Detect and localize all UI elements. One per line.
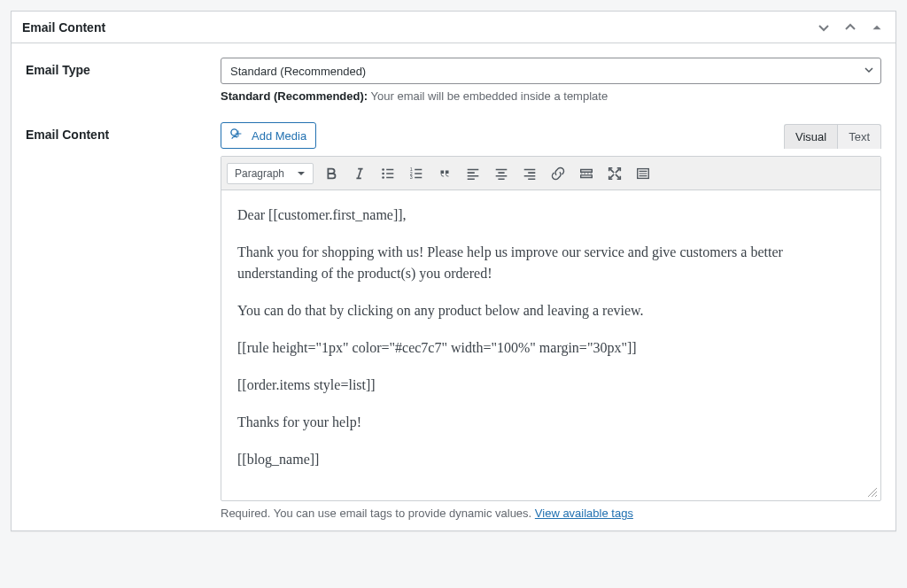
toolbar-toggle-icon[interactable] (634, 165, 652, 182)
editor-toolbar: Paragraph 123 (221, 157, 880, 190)
editor-paragraph[interactable]: [[blog_name]] (237, 449, 864, 470)
editor-paragraph[interactable]: Dear [[customer.first_name]], (237, 205, 864, 226)
editor-paragraph[interactable]: [[rule height="1px" color="#cec7c7" widt… (237, 337, 864, 359)
format-select[interactable]: Paragraph (227, 163, 314, 184)
panel-header: Email Content (12, 12, 895, 43)
editor-paragraph[interactable]: Thanks for your help! (237, 412, 864, 433)
svg-point-0 (231, 129, 237, 135)
chevron-up-icon[interactable] (842, 19, 858, 35)
editor-paragraph[interactable]: Thank you for shopping with us! Please h… (237, 242, 864, 284)
svg-point-3 (382, 176, 384, 179)
email-content-panel: Email Content Email Type (11, 11, 896, 531)
read-more-icon[interactable] (578, 165, 595, 182)
editor-paragraph[interactable]: You can do that by clicking on any produ… (237, 300, 864, 321)
editor-body[interactable]: Dear [[customer.first_name]],Thank you f… (221, 190, 880, 500)
label-email-content: Email Content (26, 122, 221, 142)
align-left-icon[interactable] (464, 165, 482, 182)
svg-point-1 (382, 168, 384, 171)
add-media-button[interactable]: Add Media (221, 122, 316, 149)
rich-text-editor: Paragraph 123 (221, 156, 881, 501)
svg-point-2 (382, 172, 384, 174)
align-right-icon[interactable] (521, 165, 539, 182)
tab-text[interactable]: Text (837, 124, 881, 149)
align-center-icon[interactable] (492, 165, 510, 182)
svg-text:3: 3 (410, 174, 413, 180)
resize-handle-icon[interactable] (868, 488, 879, 499)
field-row-email-type: Email Type Standard (Recommended) Standa… (26, 58, 881, 103)
view-available-tags-link[interactable]: View available tags (535, 507, 633, 520)
media-icon (230, 128, 246, 143)
editor-paragraph[interactable]: [[order.items style=list]] (237, 375, 864, 396)
bullet-list-icon[interactable] (379, 165, 397, 182)
add-media-button-label: Add Media (252, 129, 306, 143)
fullscreen-icon[interactable] (606, 165, 624, 182)
email-type-select[interactable]: Standard (Recommended) (221, 58, 881, 84)
label-email-type: Email Type (26, 58, 221, 77)
bold-icon[interactable] (322, 165, 340, 182)
caret-down-icon (297, 169, 306, 178)
blockquote-icon[interactable] (436, 165, 454, 182)
editor-mode-tabs: Visual Text (784, 124, 881, 149)
tab-visual[interactable]: Visual (784, 124, 837, 149)
caret-up-icon[interactable] (869, 19, 885, 35)
email-content-helper: Required. You can use email tags to prov… (221, 507, 881, 520)
field-row-email-content: Email Content Add Media (26, 122, 881, 520)
format-select-label: Paragraph (235, 167, 284, 180)
numbered-list-icon[interactable]: 123 (407, 165, 425, 182)
chevron-down-icon[interactable] (816, 19, 832, 35)
email-type-hint: Standard (Recommended): Your email will … (221, 89, 881, 103)
italic-icon[interactable] (351, 165, 368, 182)
link-icon[interactable] (549, 165, 567, 182)
panel-title: Email Content (22, 20, 105, 35)
